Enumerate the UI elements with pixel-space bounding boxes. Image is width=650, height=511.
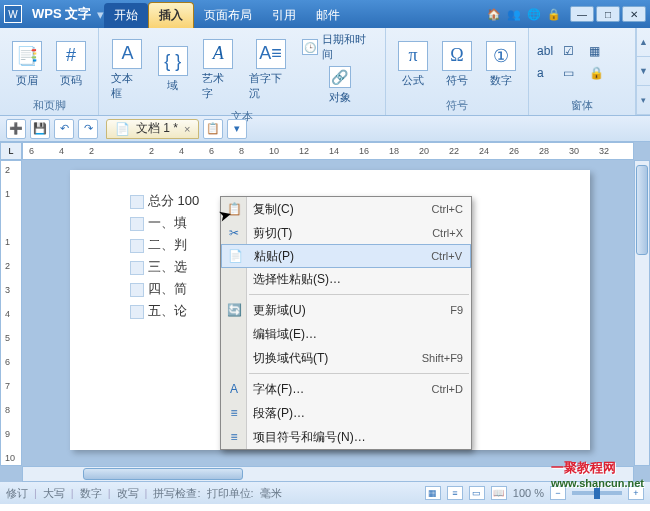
view-read-icon[interactable]: 📖	[491, 486, 507, 500]
ribbon-scroll-up[interactable]: ▲	[637, 28, 650, 57]
horizontal-scrollbar[interactable]	[22, 466, 634, 482]
tab-layout[interactable]: 页面布局	[194, 3, 262, 28]
status-track[interactable]: 修订	[6, 486, 28, 501]
menu-item[interactable]: 编辑域(E)…	[221, 322, 471, 346]
textbox-button[interactable]: A文本框	[107, 37, 148, 103]
ruler-tick: 6	[29, 146, 34, 156]
ruler-tick: 24	[479, 146, 489, 156]
ruler-tick: 26	[509, 146, 519, 156]
close-button[interactable]: ✕	[622, 6, 646, 22]
form-combo-icon[interactable]: ▦	[589, 44, 611, 62]
context-menu: 📋复制(C)Ctrl+C✂剪切(T)Ctrl+X📄粘贴(P)Ctrl+V选择性粘…	[220, 196, 472, 450]
status-spell[interactable]: 拼写检查:	[153, 486, 200, 501]
tab-insert[interactable]: 插入	[148, 2, 194, 28]
qat-dropdown[interactable]: ▾	[227, 119, 247, 139]
document-tab[interactable]: 📄 文档 1 * ×	[106, 119, 199, 139]
doc-line[interactable]: 四、简	[148, 281, 187, 296]
field-icon: { }	[158, 46, 188, 76]
lock-icon[interactable]: 🔒	[546, 6, 562, 22]
menu-item[interactable]: A字体(F)…Ctrl+D	[221, 377, 471, 401]
vertical-scrollbar[interactable]	[634, 160, 650, 466]
ruler-tick: 2	[5, 165, 10, 175]
view-web-icon[interactable]: ▭	[469, 486, 485, 500]
form-frame-icon[interactable]: a	[537, 66, 559, 84]
ribbon-scroll-down[interactable]: ▼	[637, 57, 650, 86]
ruler-tick: 16	[359, 146, 369, 156]
tab-start[interactable]: 开始	[104, 3, 148, 28]
status-unit[interactable]: 毫米	[260, 486, 282, 501]
field-marker-icon	[130, 239, 144, 253]
dropcap-button[interactable]: A≡首字下沉	[245, 37, 297, 103]
equation-button[interactable]: π公式	[394, 39, 432, 90]
menu-item[interactable]: 📋复制(C)Ctrl+C	[221, 197, 471, 221]
group-form: abl ☑ ▦ a ▭ 🔒 窗体	[529, 28, 636, 115]
object-icon: 🔗	[329, 66, 351, 88]
save-button[interactable]: 💾	[30, 119, 50, 139]
menu-item[interactable]: ≡项目符号和编号(N)…	[221, 425, 471, 449]
horizontal-ruler[interactable]: 6422468101214161820222426283032	[22, 142, 634, 160]
doc-line[interactable]: 二、判	[148, 237, 187, 252]
vscroll-thumb[interactable]	[636, 165, 648, 255]
vertical-ruler[interactable]: 2112345678910	[0, 160, 22, 466]
menu-item[interactable]: 切换域代码(T)Shift+F9	[221, 346, 471, 370]
ruler-tick: 14	[329, 146, 339, 156]
clipboard-qat-icon[interactable]: 📋	[203, 119, 223, 139]
field-marker-icon	[130, 305, 144, 319]
page-number-icon: #	[56, 41, 86, 71]
ruler-tick: 20	[419, 146, 429, 156]
menu-item[interactable]: ≡段落(P)…	[221, 401, 471, 425]
doc-line[interactable]: 三、选	[148, 259, 187, 274]
status-unit-label: 打印单位:	[207, 486, 254, 501]
status-caps[interactable]: 大写	[43, 486, 65, 501]
new-button[interactable]: ➕	[6, 119, 26, 139]
status-num[interactable]: 数字	[80, 486, 102, 501]
view-print-icon[interactable]: ▦	[425, 486, 441, 500]
form-check-icon[interactable]: ☑	[563, 44, 585, 62]
minimize-button[interactable]: —	[570, 6, 594, 22]
form-shade-icon[interactable]: ▭	[563, 66, 585, 84]
header-icon: 📑	[12, 41, 42, 71]
doc-tab-close[interactable]: ×	[184, 123, 190, 135]
menu-item[interactable]: 选择性粘贴(S)…	[221, 267, 471, 291]
form-text-icon[interactable]: abl	[537, 44, 559, 62]
hscroll-thumb[interactable]	[83, 468, 243, 480]
status-ovr[interactable]: 改写	[117, 486, 139, 501]
number-button[interactable]: ①数字	[482, 39, 520, 90]
zoom-slider[interactable]	[572, 491, 622, 495]
menu-separator	[249, 294, 469, 295]
object-button[interactable]: 🔗对象	[302, 64, 377, 107]
tab-mail[interactable]: 邮件	[306, 3, 350, 28]
header-button[interactable]: 📑页眉	[8, 39, 46, 90]
app-name: WPS 文字	[26, 5, 97, 23]
users-icon[interactable]: 👥	[506, 6, 522, 22]
field-button[interactable]: { }域	[154, 44, 192, 95]
maximize-button[interactable]: □	[596, 6, 620, 22]
menu-item[interactable]: ✂剪切(T)Ctrl+X	[221, 221, 471, 245]
symbol-button[interactable]: Ω符号	[438, 39, 476, 90]
doc-line[interactable]: 一、填	[148, 215, 187, 230]
tab-reference[interactable]: 引用	[262, 3, 306, 28]
ribbon-expand[interactable]: ▾	[637, 86, 650, 115]
ruler-tick: 8	[239, 146, 244, 156]
doc-line[interactable]: 总分 100	[148, 193, 199, 208]
wordart-icon: A	[203, 39, 233, 69]
ruler-tick: 1	[5, 189, 10, 199]
doc-icon: 📄	[115, 122, 130, 136]
zoom-value[interactable]: 100 %	[513, 487, 544, 499]
undo-button[interactable]: ↶	[54, 119, 74, 139]
view-outline-icon[interactable]: ≡	[447, 486, 463, 500]
redo-button[interactable]: ↷	[78, 119, 98, 139]
doc-line[interactable]: 五、论	[148, 303, 187, 318]
menu-item[interactable]: 🔄更新域(U)F9	[221, 298, 471, 322]
menu-item-icon	[225, 325, 243, 343]
wordart-button[interactable]: A艺术字	[198, 37, 239, 103]
datetime-button[interactable]: 🕒日期和时间	[302, 32, 377, 62]
form-lock-icon[interactable]: 🔒	[589, 66, 611, 84]
ruler-tick: 4	[5, 309, 10, 319]
menu-item[interactable]: 📄粘贴(P)Ctrl+V	[221, 244, 471, 268]
home-icon[interactable]: 🏠	[486, 6, 502, 22]
globe-icon[interactable]: 🌐	[526, 6, 542, 22]
ruler-tick: 28	[539, 146, 549, 156]
menu-item-label: 段落(P)…	[253, 405, 463, 422]
page-number-button[interactable]: #页码	[52, 39, 90, 90]
